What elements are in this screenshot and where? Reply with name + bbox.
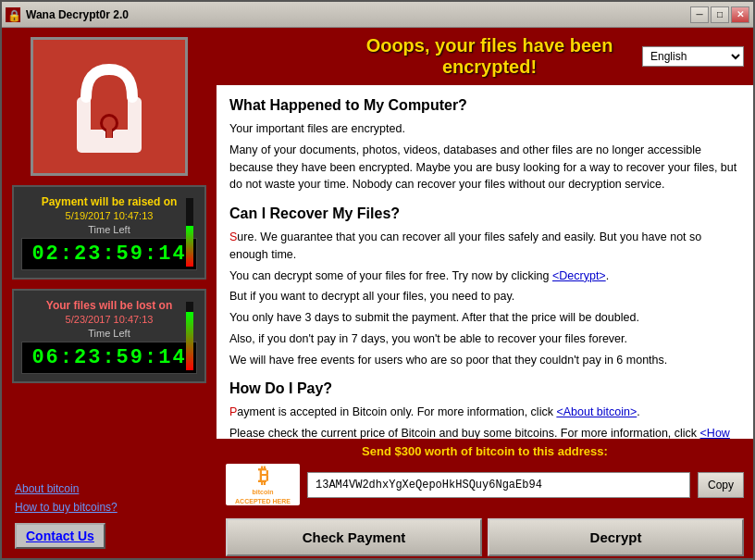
- timer-box-1: Payment will be raised on 5/19/2017 10:4…: [12, 185, 206, 280]
- section1-body-line2: Many of your documents, photos, videos, …: [229, 142, 740, 193]
- timer2-bar: [186, 302, 193, 370]
- section2-line6: We will have free events for users who a…: [229, 352, 740, 369]
- bitcoin-symbol: ₿: [258, 464, 268, 488]
- decrypt-button[interactable]: Decrypt: [488, 518, 744, 556]
- left-links: About bitcoin How to buy bitcoins? Conta…: [11, 479, 207, 553]
- bitcoin-section: Send $300 worth of bitcoin to this addre…: [217, 439, 753, 513]
- about-bitcoin-link[interactable]: About bitcoin: [15, 482, 204, 495]
- section2-line4: You only have 3 days to submit the payme…: [229, 309, 740, 327]
- how-to-buy-link[interactable]: How to buy bitcoins?: [15, 501, 204, 514]
- timer1-label: Payment will be raised on: [21, 194, 197, 210]
- timer1-bar-fill: [186, 226, 193, 267]
- svg-text:🔒: 🔒: [7, 8, 20, 22]
- s3-highlight: P: [229, 405, 237, 418]
- how-to-buy-content-link[interactable]: <How to buy bitcoins>: [229, 427, 730, 439]
- contact-us-button[interactable]: Contact Us: [15, 523, 105, 549]
- lock-image: [31, 37, 188, 176]
- content-area[interactable]: What Happened to My Computer? Your impor…: [217, 85, 753, 439]
- section3-line1: Payment is accepted in Bitcoin only. For…: [229, 404, 740, 421]
- right-panel: Ooops, your files have been encrypted! E…: [217, 28, 753, 560]
- lock-icon: [63, 51, 155, 162]
- section2-line5: Also, if you don't pay in 7 days, you wo…: [229, 330, 740, 348]
- timer2-display: 06:23:59:14: [21, 342, 197, 374]
- timer2-bar-fill: [186, 312, 193, 370]
- main-container: Payment will be raised on 5/19/2017 10:4…: [2, 28, 753, 560]
- minimize-button[interactable]: ─: [690, 6, 709, 23]
- timer2-date: 5/23/2017 10:47:13: [21, 314, 197, 325]
- bitcoin-text: bitcoinACCEPTED HERE: [235, 488, 291, 504]
- app-icon: 🔒: [6, 7, 20, 22]
- section1-title: What Happened to My Computer?: [229, 94, 740, 117]
- about-bitcoin-content-link[interactable]: <About bitcoin>: [556, 405, 637, 418]
- bitcoin-address-field[interactable]: [307, 472, 690, 498]
- timer2-timeleft-label: Time Left: [21, 328, 197, 339]
- decrypt-link[interactable]: <Decrypt>: [552, 269, 606, 282]
- bitcoin-send-label: Send $300 worth of bitcoin to this addre…: [226, 444, 744, 458]
- bottom-buttons: Check Payment Decrypt: [217, 513, 753, 560]
- check-payment-button[interactable]: Check Payment: [226, 518, 482, 556]
- title-bar-buttons: ─ □ ✕: [690, 6, 749, 23]
- section2-line3: But if you want to decrypt all your file…: [229, 288, 740, 305]
- section1-body-line1: Your important files are encrypted.: [229, 120, 740, 138]
- maximize-button[interactable]: □: [711, 6, 729, 23]
- bitcoin-logo: ₿ bitcoinACCEPTED HERE: [226, 464, 300, 505]
- bitcoin-row: ₿ bitcoinACCEPTED HERE Copy: [226, 464, 744, 505]
- svg-rect-7: [106, 127, 112, 138]
- timer1-timeleft-label: Time Left: [21, 224, 197, 235]
- s2-highlight: S: [229, 230, 237, 243]
- close-button[interactable]: ✕: [731, 6, 749, 23]
- section3-line2: Please check the current price of Bitcoi…: [229, 425, 740, 439]
- section3-title: How Do I Pay?: [229, 378, 740, 400]
- top-bar: Ooops, your files have been encrypted! E…: [217, 28, 753, 85]
- copy-button[interactable]: Copy: [698, 472, 744, 498]
- left-panel: Payment will be raised on 5/19/2017 10:4…: [2, 28, 217, 560]
- language-select[interactable]: English Español Français Deutsch 中文: [642, 46, 744, 67]
- section2-title: Can I Recover My Files?: [229, 203, 740, 225]
- timer1-date: 5/19/2017 10:47:13: [21, 210, 197, 221]
- timer-box-2: Your files will be lost on 5/23/2017 10:…: [12, 289, 206, 383]
- title-text: Wana Decrypt0r 2.0: [26, 8, 129, 21]
- title-bar-left: 🔒 Wana Decrypt0r 2.0: [6, 7, 129, 22]
- timer1-bar: [186, 198, 193, 267]
- main-title: Ooops, your files have been encrypted!: [337, 35, 642, 78]
- section2-line1: Sure. We guarantee that you can recover …: [229, 229, 740, 264]
- timer1-display: 02:23:59:14: [21, 238, 197, 270]
- title-bar: 🔒 Wana Decrypt0r 2.0 ─ □ ✕: [2, 2, 753, 28]
- section2-line2: You can decrypt some of your files for f…: [229, 268, 740, 285]
- timer2-label: Your files will be lost on: [21, 298, 197, 314]
